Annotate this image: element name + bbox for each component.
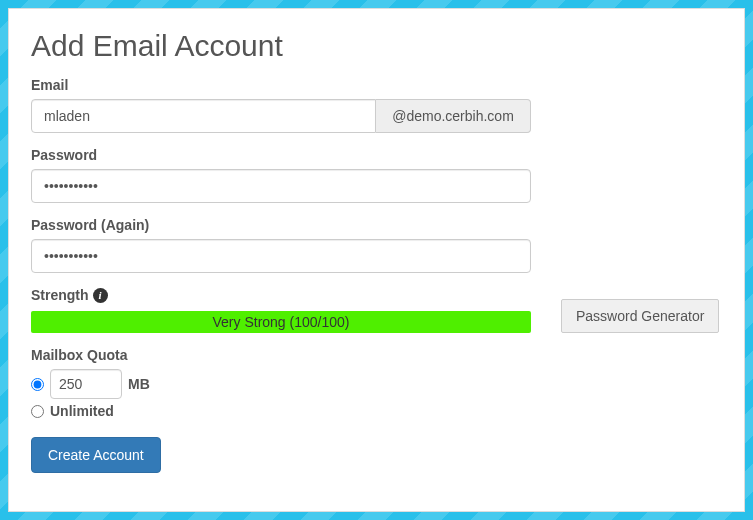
strength-row: Strength i Very Strong (100/100) Passwor… xyxy=(31,287,722,333)
quota-unit: MB xyxy=(128,376,150,392)
quota-value-input[interactable] xyxy=(50,369,122,399)
page-title: Add Email Account xyxy=(31,29,722,63)
password-again-input[interactable] xyxy=(31,239,531,273)
add-email-panel: Add Email Account Email @demo.cerbih.com… xyxy=(8,8,745,512)
email-domain-addon: @demo.cerbih.com xyxy=(376,99,531,133)
email-group: Email @demo.cerbih.com xyxy=(31,77,722,133)
quota-unlimited-label: Unlimited xyxy=(50,403,114,419)
strength-label: Strength xyxy=(31,287,89,303)
password-label: Password xyxy=(31,147,722,163)
password-group: Password xyxy=(31,147,722,203)
quota-unlimited-row: Unlimited xyxy=(31,403,722,419)
strength-col: Strength i Very Strong (100/100) xyxy=(31,287,531,333)
strength-label-row: Strength i xyxy=(31,287,531,303)
password-input[interactable] xyxy=(31,169,531,203)
create-account-button[interactable]: Create Account xyxy=(31,437,161,473)
email-label: Email xyxy=(31,77,722,93)
strength-bar: Very Strong (100/100) xyxy=(31,311,531,333)
password-generator-button[interactable]: Password Generator xyxy=(561,299,719,333)
info-icon[interactable]: i xyxy=(93,288,108,303)
quota-group: Mailbox Quota MB Unlimited xyxy=(31,347,722,419)
password-again-group: Password (Again) xyxy=(31,217,722,273)
email-input-group: @demo.cerbih.com xyxy=(31,99,531,133)
password-again-label: Password (Again) xyxy=(31,217,722,233)
quota-custom-row: MB xyxy=(31,369,722,399)
email-input[interactable] xyxy=(31,99,376,133)
quota-label: Mailbox Quota xyxy=(31,347,722,363)
quota-unlimited-radio[interactable] xyxy=(31,405,44,418)
quota-custom-radio[interactable] xyxy=(31,378,44,391)
